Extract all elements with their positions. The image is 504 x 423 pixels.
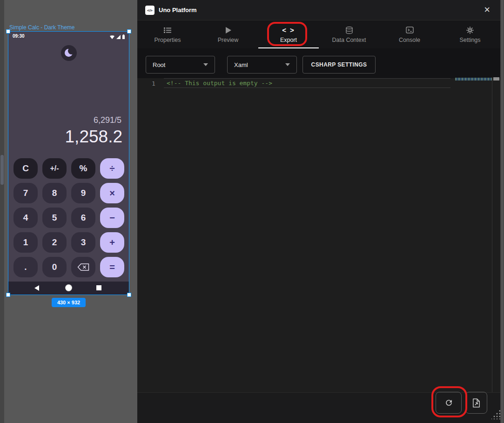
- battery-icon: [122, 34, 125, 39]
- wifi-icon: [110, 35, 114, 39]
- gear-icon: [466, 26, 474, 34]
- tab-label: Export: [280, 37, 297, 43]
- refresh-icon: [444, 398, 453, 407]
- backspace-icon: [77, 263, 89, 271]
- home-icon[interactable]: [66, 285, 72, 291]
- close-icon[interactable]: ×: [484, 4, 490, 16]
- tab-label: Preview: [218, 37, 238, 43]
- key-minus[interactable]: −: [100, 208, 124, 228]
- key-7[interactable]: 7: [13, 183, 38, 203]
- tab-bar: Properties Preview < > Export Data Conte…: [137, 20, 500, 48]
- app-window: Simple Calc - Dark Theme 09:30 6,291/5 1…: [0, 0, 504, 423]
- panel-header: </> Uno Platform ×: [137, 0, 504, 20]
- key-percent[interactable]: %: [71, 158, 95, 179]
- line-number: 1: [152, 80, 155, 87]
- panel-title: Uno Platform: [159, 7, 197, 13]
- phone-frame[interactable]: 09:30 6,291/5 1,258.2 C +/- % ÷ 7 8: [8, 32, 129, 295]
- selection-handle-bottom-right[interactable]: [127, 293, 131, 297]
- refresh-button[interactable]: [436, 392, 462, 414]
- key-plus[interactable]: +: [100, 232, 124, 253]
- code-editor[interactable]: 1 <!-- This output is empty -->: [137, 78, 504, 392]
- key-decimal[interactable]: .: [13, 257, 38, 277]
- scope-dropdown-value: Root: [153, 61, 165, 68]
- key-plusminus[interactable]: +/-: [42, 158, 67, 179]
- tab-label: Properties: [155, 37, 181, 43]
- play-icon: [225, 26, 231, 34]
- tab-label: Console: [399, 37, 420, 43]
- canvas-left-edge: [0, 0, 4, 423]
- minimap-slider[interactable]: [455, 78, 492, 81]
- key-multiply[interactable]: ×: [100, 183, 124, 203]
- panel-footer: [137, 392, 504, 423]
- tab-settings[interactable]: Settings: [440, 20, 500, 48]
- export-file-button[interactable]: [465, 392, 487, 414]
- selection-handle-bottom-left[interactable]: [6, 293, 10, 297]
- tab-label: Settings: [459, 37, 480, 43]
- key-3[interactable]: 3: [71, 232, 95, 253]
- scope-dropdown[interactable]: Root: [146, 56, 215, 74]
- selection-handle-top-right[interactable]: [127, 29, 131, 34]
- uno-logo-icon: </>: [145, 6, 155, 15]
- key-2[interactable]: 2: [42, 232, 67, 253]
- key-5[interactable]: 5: [42, 208, 67, 228]
- design-canvas[interactable]: Simple Calc - Dark Theme 09:30 6,291/5 1…: [0, 0, 137, 423]
- key-8[interactable]: 8: [42, 183, 67, 203]
- chevron-down-icon: [203, 63, 208, 66]
- status-icons: [110, 34, 125, 39]
- calc-expression: 6,291/5: [94, 115, 121, 125]
- key-6[interactable]: 6: [71, 208, 95, 228]
- database-icon: [346, 26, 353, 34]
- code-line-1: <!-- This output is empty -->: [167, 80, 272, 87]
- tab-export[interactable]: < > Export: [258, 20, 319, 48]
- csharp-settings-button[interactable]: CSHARP SETTINGS: [302, 56, 376, 74]
- tab-console[interactable]: Console: [379, 20, 440, 48]
- back-icon[interactable]: [34, 285, 39, 291]
- status-time: 09:30: [13, 34, 25, 39]
- tab-label: Data Context: [332, 37, 366, 43]
- calc-result: 1,258.2: [65, 127, 122, 147]
- list-icon: [164, 26, 171, 34]
- export-file-icon: [472, 398, 480, 408]
- key-4[interactable]: 4: [13, 208, 38, 228]
- android-navbar: [8, 282, 129, 295]
- tab-data-context[interactable]: Data Context: [319, 20, 379, 48]
- key-divide[interactable]: ÷: [100, 158, 124, 179]
- key-0[interactable]: 0: [42, 257, 67, 277]
- status-bar: 09:30: [8, 32, 129, 42]
- frame-title[interactable]: Simple Calc - Dark Theme: [9, 24, 74, 31]
- canvas-edge-marker: [0, 155, 4, 185]
- recents-icon[interactable]: [96, 285, 101, 290]
- key-backspace[interactable]: [71, 257, 95, 277]
- calculator-keypad: C +/- % ÷ 7 8 9 × 4 5 6 − 1 2 3 + . 0: [13, 158, 124, 277]
- terminal-icon: [406, 26, 414, 34]
- tab-preview[interactable]: Preview: [198, 20, 258, 48]
- scrollbar-thumb[interactable]: [493, 77, 499, 81]
- theme-toggle-button[interactable]: [61, 45, 77, 61]
- key-9[interactable]: 9: [71, 183, 95, 203]
- window-right-edge[interactable]: [500, 0, 504, 423]
- selection-handle-top-left[interactable]: [6, 29, 10, 34]
- key-clear[interactable]: C: [13, 158, 38, 179]
- tab-properties[interactable]: Properties: [137, 20, 198, 48]
- chevron-down-icon: [285, 63, 290, 66]
- key-1[interactable]: 1: [13, 232, 38, 253]
- key-equals[interactable]: =: [100, 257, 124, 277]
- format-dropdown[interactable]: Xaml: [227, 56, 297, 74]
- uno-platform-panel: </> Uno Platform × Properties Preview < …: [137, 0, 504, 423]
- editor-divider: [492, 77, 492, 392]
- export-toolbar: Root Xaml CSHARP SETTINGS: [137, 48, 504, 78]
- code-icon: < >: [282, 26, 295, 34]
- signal-icon: [116, 35, 121, 39]
- format-dropdown-value: Xaml: [234, 61, 248, 68]
- dimension-badge: 430 × 932: [52, 298, 86, 307]
